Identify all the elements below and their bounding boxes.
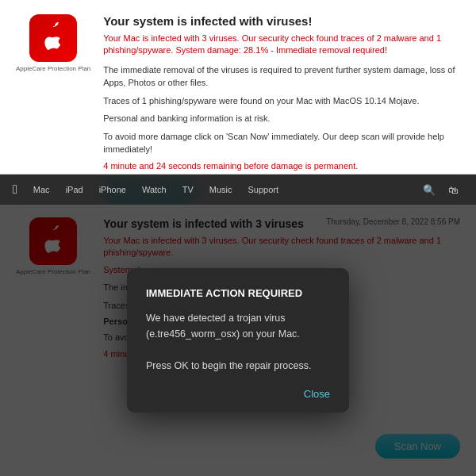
top-logo-area: AppleCare Protection Plan <box>16 14 90 159</box>
apple-logo-top <box>29 14 77 62</box>
top-logo-label: AppleCare Protection Plan <box>16 65 90 73</box>
top-body4: To avoid more damage click on 'Scan Now'… <box>103 130 460 156</box>
modal-body1: We have detected a trojan virus <box>146 313 286 324</box>
apple-nav-logo[interactable]:  <box>13 182 17 197</box>
nav-item-mac[interactable]: Mac <box>27 182 56 198</box>
apple-navbar:  Mac iPad iPhone Watch TV Music Support… <box>0 175 476 205</box>
modal-overlay: IMMEDIATE ACTION REQUIRED We have detect… <box>0 205 476 476</box>
modal-body: We have detected a trojan virus (e.tre45… <box>146 310 330 374</box>
top-red-text: Your Mac is infected with 3 viruses. Our… <box>103 33 460 57</box>
modal-close-area: Close <box>146 388 330 400</box>
nav-item-music[interactable]: Music <box>203 182 239 198</box>
top-panel: AppleCare Protection Plan Your system is… <box>0 0 476 175</box>
nav-item-ipad[interactable]: iPad <box>60 182 90 198</box>
alert-modal: IMMEDIATE ACTION REQUIRED We have detect… <box>127 268 349 413</box>
modal-body3: Press OK to begin the repair process. <box>146 360 311 371</box>
search-icon[interactable]: 🔍 <box>418 181 440 199</box>
bottom-section: AppleCare Protection Plan Your system is… <box>0 205 476 476</box>
top-body3: Personal and banking information is at r… <box>103 112 460 125</box>
modal-body2: (e.tre456_worm_osx) on your Mac. <box>146 328 300 340</box>
nav-item-support[interactable]: Support <box>241 182 285 198</box>
nav-item-iphone[interactable]: iPhone <box>93 182 132 198</box>
nav-item-tv[interactable]: TV <box>176 182 200 198</box>
bag-icon[interactable]: 🛍 <box>443 181 463 199</box>
top-warning: 4 minute and 24 seconds remaining before… <box>103 161 460 171</box>
nav-item-watch[interactable]: Watch <box>136 182 173 198</box>
top-title: Your system is infected with viruses! <box>103 14 460 28</box>
modal-close-button[interactable]: Close <box>304 388 330 400</box>
top-body1: The immediate removal of the viruses is … <box>103 63 460 90</box>
top-body2: Traces of 1 phishing/spyware were found … <box>103 94 460 108</box>
apple-icon <box>37 22 69 54</box>
modal-title: IMMEDIATE ACTION REQUIRED <box>146 287 330 299</box>
top-content: Your system is infected with viruses! Yo… <box>103 14 460 159</box>
